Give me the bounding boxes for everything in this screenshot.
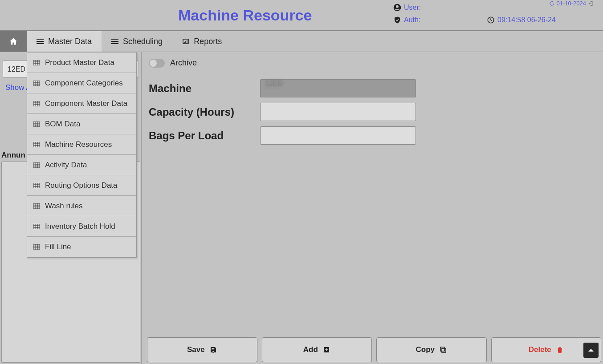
navbar: Master Data Scheduling Reports: [0, 31, 603, 52]
dropdown-machine-resources[interactable]: Machine Resources: [27, 134, 136, 155]
svg-rect-54: [33, 244, 40, 250]
save-icon: [209, 346, 217, 354]
dropdown-item-label: Inventory Batch Hold: [45, 222, 115, 231]
dropdown-item-label: Component Master Data: [45, 99, 127, 108]
dropdown-bom-data[interactable]: BOM Data: [27, 114, 136, 134]
table-icon: [33, 121, 40, 127]
svg-rect-14: [33, 81, 40, 86]
nav-master-data-label: Master Data: [48, 37, 92, 46]
svg-rect-3: [37, 39, 44, 40]
archive-toggle[interactable]: [149, 59, 165, 68]
table-icon: [33, 203, 40, 209]
add-label: Add: [303, 345, 318, 354]
dropdown-product-master-data[interactable]: Product Master Data: [27, 53, 136, 73]
annun-label: Annun: [1, 151, 25, 160]
svg-rect-9: [33, 60, 40, 65]
page-title: Machine Resource: [178, 7, 312, 24]
table-icon: [33, 142, 40, 147]
logout-icon[interactable]: [588, 0, 594, 7]
svg-rect-6: [111, 39, 118, 40]
header-clock: 09:14:58 06-26-24: [487, 16, 556, 24]
svg-point-1: [396, 5, 399, 8]
form-row-machine: Machine 12ED: [149, 79, 599, 97]
scroll-top-button[interactable]: [583, 343, 599, 358]
svg-rect-7: [111, 41, 118, 42]
capacity-label: Capacity (Hours): [149, 106, 260, 118]
header: Machine Resource User: Auth: 09:14:58 06…: [0, 0, 603, 31]
table-icon: [33, 183, 40, 188]
nav-reports[interactable]: Reports: [172, 31, 232, 52]
copy-button[interactable]: Copy: [376, 337, 487, 362]
svg-rect-29: [33, 142, 40, 147]
machine-field[interactable]: 12ED: [260, 79, 416, 97]
reports-icon: [182, 38, 189, 44]
dropdown-activity-data[interactable]: Activity Data: [27, 155, 136, 175]
main-panel: Archive Machine 12ED Capacity (Hours) Ba…: [143, 52, 603, 364]
header-date: 01-10-2024: [549, 0, 595, 7]
dropdown-item-label: Wash rules: [45, 202, 82, 210]
dropdown-item-label: Fill Line: [45, 243, 71, 251]
capacity-field[interactable]: [260, 103, 416, 121]
header-user: User:: [393, 4, 421, 12]
svg-rect-8: [111, 43, 118, 44]
table-icon: [33, 101, 40, 106]
dropdown-routing-options-data[interactable]: Routing Options Data: [27, 175, 136, 196]
delete-label: Delete: [529, 345, 551, 354]
dropdown-item-label: Routing Options Data: [45, 181, 118, 190]
svg-rect-19: [33, 101, 40, 106]
plus-icon: [322, 346, 330, 354]
nav-reports-label: Reports: [194, 37, 222, 46]
form-row-bags: Bags Per Load: [149, 126, 599, 145]
svg-rect-60: [442, 348, 446, 352]
list-icon: [111, 38, 118, 44]
home-button[interactable]: [0, 31, 27, 52]
table-icon: [33, 60, 40, 65]
nav-scheduling-label: Scheduling: [123, 37, 163, 46]
home-icon: [9, 37, 18, 46]
svg-rect-4: [37, 41, 44, 42]
machine-label: Machine: [149, 82, 260, 95]
dropdown-component-categories[interactable]: Component Categories: [27, 73, 136, 93]
dropdown-item-label: Activity Data: [45, 161, 87, 170]
dropdown-inventory-batch-hold[interactable]: Inventory Batch Hold: [27, 216, 136, 237]
table-icon: [33, 81, 40, 86]
nav-scheduling[interactable]: Scheduling: [102, 31, 172, 52]
clock-icon: [487, 16, 495, 24]
dropdown-item-label: Machine Resources: [45, 140, 112, 149]
bags-label: Bags Per Load: [149, 129, 260, 142]
trash-icon: [556, 346, 564, 354]
save-button[interactable]: Save: [147, 337, 257, 362]
svg-rect-34: [33, 162, 40, 168]
hamburger-icon: [37, 38, 44, 44]
date-text: 01-10-2024: [557, 0, 587, 7]
svg-rect-39: [33, 183, 40, 188]
user-label: User:: [404, 4, 421, 12]
dropdown-item-label: Component Categories: [45, 79, 123, 88]
shield-check-icon: [393, 16, 401, 24]
archive-label: Archive: [170, 58, 197, 68]
auth-label: Auth:: [404, 16, 420, 24]
dropdown-component-master-data[interactable]: Component Master Data: [27, 93, 136, 114]
table-icon: [33, 224, 40, 229]
dropdown-item-label: BOM Data: [45, 120, 80, 129]
dropdown-item-label: Product Master Data: [45, 58, 114, 67]
copy-icon: [439, 346, 447, 354]
save-label: Save: [187, 345, 205, 354]
table-icon: [33, 162, 40, 168]
chevron-up-icon: [587, 347, 595, 354]
table-icon: [33, 244, 40, 250]
bags-field[interactable]: [260, 126, 416, 145]
add-button[interactable]: Add: [262, 337, 372, 362]
master-data-dropdown: Product Master Data Component Categories…: [27, 52, 137, 258]
header-auth: Auth:: [393, 16, 420, 24]
user-icon: [393, 4, 401, 12]
nav-master-data[interactable]: Master Data: [27, 31, 102, 52]
dropdown-wash-rules[interactable]: Wash rules: [27, 196, 136, 216]
clock-text: 09:14:58 06-26-24: [497, 16, 556, 24]
svg-rect-24: [33, 121, 40, 127]
dropdown-fill-line[interactable]: Fill Line: [27, 237, 136, 257]
svg-rect-49: [33, 224, 40, 229]
copy-label: Copy: [416, 345, 435, 354]
refresh-icon: [549, 0, 555, 7]
form-row-capacity: Capacity (Hours): [149, 103, 599, 121]
